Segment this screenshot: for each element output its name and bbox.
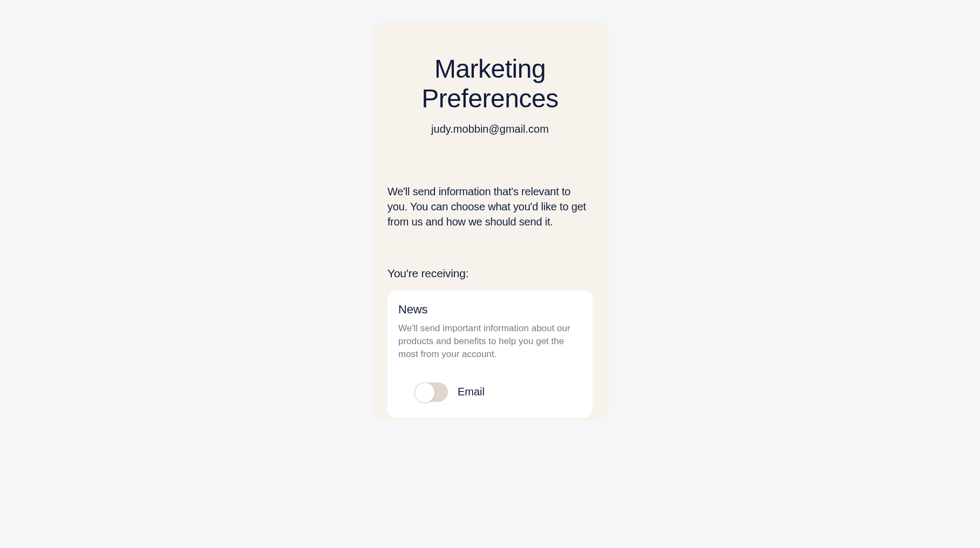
toggle-label-email: Email — [458, 386, 485, 398]
page-title: Marketing Preferences — [387, 54, 593, 113]
user-email: judy.mobbin@gmail.com — [387, 123, 593, 135]
email-toggle[interactable] — [414, 382, 448, 402]
page-description: We'll send information that's relevant t… — [387, 184, 593, 229]
preference-item-news: News We'll send important information ab… — [387, 291, 593, 417]
section-label: You're receiving: — [387, 267, 593, 280]
toggle-row: Email — [414, 382, 582, 402]
preferences-card: Marketing Preferences judy.mobbin@gmail.… — [371, 22, 609, 421]
preference-description: We'll send important information about o… — [398, 322, 582, 360]
preference-title: News — [398, 303, 582, 317]
